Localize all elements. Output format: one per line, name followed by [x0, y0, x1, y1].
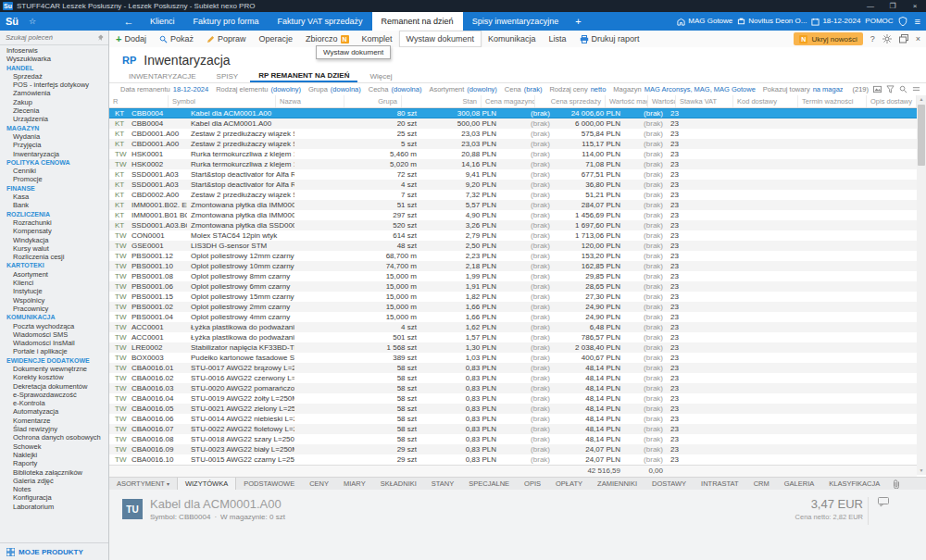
sidebar-item[interactable]: Zakup — [0, 98, 108, 106]
filter-item[interactable]: Pokazuj towaryna magazynie — [763, 85, 843, 93]
view-tab[interactable]: RP REMANENT NA DZIEŃ — [250, 71, 357, 82]
sidebar-item[interactable]: Windykacja — [0, 236, 108, 244]
filter-item[interactable]: Data remanentu18-12-2024 — [120, 85, 208, 93]
table-row[interactable]: TW CBA0016.05 STU-0021 AWG22 zielony L=2… — [109, 404, 917, 414]
sidebar-item[interactable]: Zlecenia — [0, 106, 108, 115]
hamburger-menu-icon[interactable]: ≡ — [915, 12, 920, 31]
search-icon[interactable] — [899, 85, 907, 93]
close-button[interactable]: × — [904, 0, 926, 12]
shield-icon[interactable] — [898, 17, 907, 26]
column-header[interactable]: Stan — [402, 95, 482, 107]
sidebar-item[interactable]: HANDEL — [0, 64, 108, 72]
table-row[interactable]: TW GSE0001 LIS3DH G-sensor STM 48 szt 2,… — [109, 241, 917, 251]
table-row[interactable]: TW PBS0001.15 Oplot poliestrowy 15mm cza… — [109, 292, 917, 302]
sidebar-item[interactable]: Kasa — [0, 193, 108, 201]
issue-document-button[interactable]: Wystaw dokument — [399, 31, 482, 47]
detail-tab[interactable]: OPŁATY ▾ — [548, 478, 590, 490]
attachment-tab[interactable] — [887, 478, 906, 490]
sidebar-item[interactable]: Komentarze — [0, 417, 108, 425]
sidebar-item[interactable]: Ślad rewizyjny — [0, 425, 108, 433]
sidebar-item[interactable]: Laboratorium — [0, 503, 108, 511]
table-row[interactable]: TW CBA0016.01 STU-0017 AWG22 brązowy L=2… — [109, 363, 917, 373]
table-row[interactable]: TW PBS0001.02 Oplot poliestrowy 2mm czar… — [109, 302, 917, 312]
sidebar-item[interactable]: Wyszukiwarka — [0, 55, 108, 63]
hide-news-button[interactable]: NUkryj nowości — [794, 32, 862, 45]
vertical-scrollbar[interactable]: ▲ ▼ — [917, 95, 926, 475]
sidebar-item[interactable]: Wiadomości InsMail — [0, 339, 108, 347]
add-button[interactable]: +Dodaj — [109, 31, 153, 46]
sidebar-item[interactable]: Notes — [0, 485, 108, 493]
sidebar-item[interactable]: Bank — [0, 201, 108, 209]
table-row[interactable]: TW CBA0016.08 STU-0018 AWG22 szary L=250… — [109, 434, 917, 444]
table-row[interactable]: TW PBS0001.04 Oplot poliestrowy 4mm czar… — [109, 312, 917, 322]
command-search[interactable] — [0, 31, 108, 45]
filter-value[interactable]: netto — [591, 85, 607, 93]
scroll-down-icon[interactable]: ▼ — [917, 467, 926, 475]
table-row[interactable]: KT CBB0004 Kabel dla ACM0001.A00 20 szt … — [109, 118, 917, 129]
search-input[interactable] — [4, 32, 97, 43]
scroll-up-icon[interactable]: ▲ — [917, 95, 926, 104]
filter-value[interactable]: MAG Arconsys, MAG, MAG Gotowe — [644, 85, 756, 93]
sidebar-item[interactable]: Wiadomości SMS — [0, 330, 108, 339]
detail-tab[interactable]: SPECJALNE ▾ — [461, 478, 517, 490]
sidebar-item[interactable]: Dokumenty wewnętrzne — [0, 365, 108, 373]
table-row[interactable]: TW BOX0003 Pudełko kartonowe fasadowe SG… — [109, 353, 917, 363]
sidebar-item[interactable]: Galeria zdjęć — [0, 477, 108, 485]
table-row[interactable]: TW PBS0001.12 Oplot poliestrowy 12mm cza… — [109, 251, 917, 261]
sidebar-item[interactable]: EWIDENCJE DODATKOWE — [0, 356, 108, 365]
module-tab[interactable]: Klienci — [141, 12, 184, 31]
maximize-button[interactable]: ❐ — [882, 0, 904, 12]
cascade-windows-icon[interactable] — [899, 34, 908, 44]
sidebar-item[interactable]: Raporty — [0, 459, 108, 467]
table-row[interactable]: TW CBA0016.10 STU-0015 AWG22 czarny L=25… — [109, 454, 917, 465]
sidebar-item[interactable]: Automatyzacja — [0, 407, 108, 416]
sidebar-item[interactable]: Przyjęcia — [0, 141, 108, 149]
detail-tab[interactable]: CENY ▾ — [302, 478, 336, 490]
date-indicator[interactable]: 18-12-2024 — [811, 12, 860, 31]
help-button[interactable]: ? — [870, 34, 875, 44]
filter-funnel-icon[interactable] — [886, 85, 895, 93]
sidebar-item[interactable]: FINANSE — [0, 184, 108, 193]
new-tab-button[interactable]: + — [568, 12, 588, 31]
column-header[interactable]: Symbol — [169, 95, 276, 107]
sidebar-item[interactable]: KARTOTEKI — [0, 261, 108, 269]
detail-tab[interactable]: WIZYTÓWKA ▾ — [177, 478, 236, 490]
table-row[interactable]: KT CBD0001.A00 Zestaw 2 przedłużaczy wią… — [109, 129, 917, 139]
module-tab[interactable]: Faktury VAT sprzedaży — [269, 12, 372, 31]
column-header[interactable]: Stawka VAT — [676, 95, 733, 107]
sidebar-item[interactable]: Biblioteka załączników — [0, 468, 108, 477]
sidebar-item[interactable]: Rozrachunki — [0, 218, 108, 227]
detail-tab[interactable]: ASORTYMENT ▾ — [109, 478, 177, 490]
filter-value[interactable]: (dowolna) — [391, 85, 421, 93]
view-tab[interactable]: Więcej — [361, 72, 400, 82]
table-row[interactable]: TW ACC0001 Łyżka plastikowa do podważani… — [109, 322, 917, 332]
filter-item[interactable]: Rodzaj cenynetto — [549, 85, 606, 93]
close-panel-icon[interactable]: × — [916, 34, 920, 44]
filter-item[interactable]: Cecha(dowolna) — [369, 85, 422, 93]
detail-tab[interactable]: GALERIA ▾ — [777, 478, 822, 490]
detail-tab[interactable]: MIARY ▾ — [336, 478, 373, 490]
back-arrow-icon[interactable]: ← — [117, 12, 141, 31]
table-row[interactable]: TW CBA0016.06 STU-0014 AWG22 niebieski L… — [109, 414, 917, 424]
sidebar-item[interactable]: Sprzedaż — [0, 72, 108, 81]
sidebar-item[interactable]: Dekretacja dokumentów — [0, 382, 108, 391]
sidebar-item[interactable]: Korekty kosztów — [0, 373, 108, 381]
table-row[interactable]: TW CBA0016.04 STU-0019 AWG22 żółty L=250… — [109, 393, 917, 404]
favorites-star-icon[interactable]: ☆ — [24, 12, 41, 31]
sidebar-item[interactable]: Infoserwis — [0, 46, 108, 55]
detail-tab[interactable]: OPIS ▾ — [517, 478, 548, 490]
sidebar-item[interactable]: Asortyment — [0, 270, 108, 279]
sidebar-item[interactable]: Ochrona danych osobowych — [0, 433, 108, 442]
sidebar-item[interactable]: e-Sprawozdawczość — [0, 391, 108, 399]
app-logo[interactable]: Sü — [0, 12, 24, 31]
table-row[interactable]: TW HSK0001 Rurka termokurczliwa z klejem… — [109, 149, 917, 159]
table-row[interactable]: KT SSD0001.A03 Start&stop deactivator fo… — [109, 169, 917, 180]
sidebar-item[interactable]: Inwentaryzacja — [0, 150, 108, 158]
sidebar-item[interactable]: POS - interfejs dotykowy — [0, 81, 108, 89]
table-row[interactable]: TW PBS0001.10 Oplot poliestrowy 10mm cza… — [109, 261, 917, 271]
column-header[interactable]: Wartość magazynowa — [606, 95, 648, 107]
view-tab[interactable]: INWENTARYZACJE — [120, 72, 205, 82]
filter-item[interactable]: Rodzaj elementu(dowolny) — [216, 85, 301, 93]
sidebar-item[interactable]: POLITYKA CENOWA — [0, 158, 108, 167]
table-row[interactable]: KT IMM0001.B01 BOARD Zmontowana płytka d… — [109, 210, 917, 220]
